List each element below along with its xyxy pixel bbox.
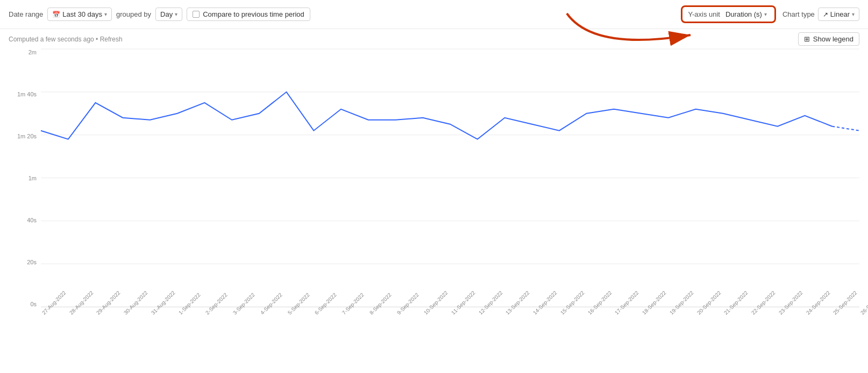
chart-type-label: Chart type [782,10,815,18]
y-axis-label: 20s [9,259,41,265]
grouped-by-chevron: ▾ [175,11,177,17]
x-axis-label: 26-Sep-2022 [859,290,868,316]
date-range-dropdown[interactable]: 📅 Last 30 days ▾ [47,8,112,21]
y-axis-label: 0s [9,301,41,307]
x-axis: 27-Aug-202228-Aug-202229-Aug-202230-Aug-… [41,307,859,329]
show-legend-area: ⊞ Show legend [798,32,859,46]
chart-type-group: Chart type ↗ Linear ▾ [782,8,859,21]
computed-text: Computed a few seconds ago [9,36,94,43]
compare-button[interactable]: Compare to previous time period [187,8,310,21]
line-chart [41,49,859,307]
y-axis-label: 40s [9,217,41,223]
y-axis: 0s20s40s1m1m 20s1m 40s2m [9,49,41,307]
calendar-icon: 📅 [52,11,60,18]
y-axis-label: 1m [9,175,41,181]
chart-inner [41,49,859,307]
y-axis-label: Y-axis unit [688,10,720,18]
main-toolbar: Date range 📅 Last 30 days ▾ grouped by D… [0,0,868,29]
date-range-chevron: ▾ [104,11,107,17]
compare-checkbox [193,11,200,18]
sub-toolbar: Computed a few seconds ago • Refresh ⊞ S… [0,29,868,49]
show-legend-button[interactable]: ⊞ Show legend [798,32,859,46]
y-axis-value: Duration (s) [725,10,762,18]
chart-type-dropdown[interactable]: ↗ Linear ▾ [818,8,859,21]
legend-icon: ⊞ [804,35,810,43]
separator: • [96,36,100,43]
toolbar-left: Date range 📅 Last 30 days ▾ grouped by D… [9,8,675,21]
toolbar-right: Y-axis unit Duration (s) ▾ Chart type ↗ … [681,5,859,23]
chart-area: 0s20s40s1m1m 20s1m 40s2m 27-Aug-202228-A… [9,49,859,329]
grouped-by-dropdown[interactable]: Day ▾ [155,8,182,21]
date-range-value: Last 30 days [62,10,102,18]
refresh-link[interactable]: Refresh [100,36,123,43]
compare-label: Compare to previous time period [203,10,304,18]
linear-icon: ↗ [823,11,828,18]
date-range-label: Date range [9,10,43,18]
computed-info: Computed a few seconds ago • Refresh [9,36,123,43]
show-legend-label: Show legend [813,35,853,43]
chart-type-chevron: ▾ [852,11,855,17]
y-axis-label: 2m [9,49,41,55]
y-axis-dropdown[interactable]: Duration (s) ▾ [723,9,769,19]
y-axis-chevron: ▾ [764,11,767,17]
chart-type-value: Linear [830,10,850,18]
grouped-by-label: grouped by [116,10,151,18]
y-axis-label: 1m 40s [9,91,41,97]
y-axis-label: 1m 20s [9,133,41,139]
grouped-by-value: Day [160,10,173,18]
y-axis-unit-group: Y-axis unit Duration (s) ▾ [681,5,775,23]
